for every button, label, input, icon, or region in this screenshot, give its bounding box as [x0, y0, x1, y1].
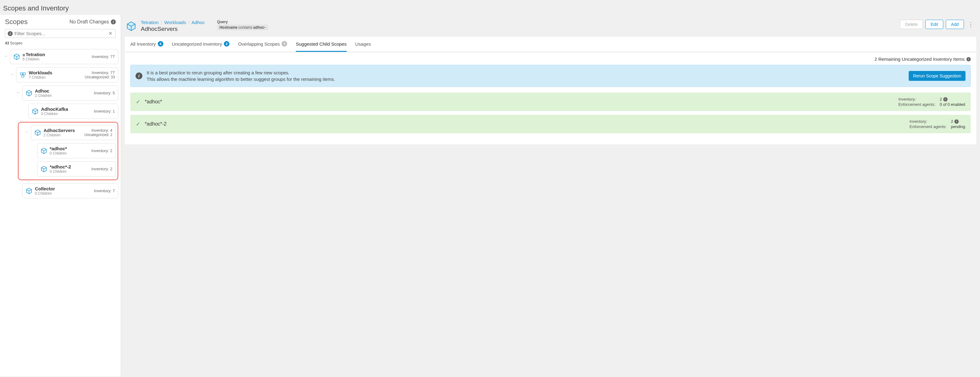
tab-overlapping[interactable]: Overlapping Scopes 0 — [238, 37, 287, 52]
tree-node-adhoc-star[interactable]: *adhoc* 0 Children Inventory: 2 — [37, 143, 116, 158]
tab-suggested[interactable]: Suggested Child Scopes — [296, 37, 347, 52]
tree-node-workloads[interactable]: Workloads 7 Children Inventory: 77 Uncat… — [16, 67, 118, 82]
node-label: AdhocKafka — [41, 106, 91, 112]
node-label: *adhoc* — [50, 146, 89, 151]
tree-node-adhockafka[interactable]: AdhocKafka 0 Children Inventory: 1 — [29, 104, 118, 119]
node-label: Collector — [35, 186, 91, 191]
stat-label: Inventory: — [899, 97, 935, 101]
node-children: 7 Children — [29, 75, 83, 79]
stat-label: Inventory: — [910, 119, 947, 124]
remaining-text: 2 Remaining Uncategorized Inventory Item… — [874, 57, 964, 62]
page-title: Scopes and Inventory — [3, 4, 977, 12]
node-inventory: Inventory: 2 — [91, 148, 112, 153]
tab-content: 2 Remaining Uncategorized Inventory Item… — [125, 52, 976, 144]
edit-button[interactable]: Edit — [925, 20, 943, 29]
tree-node-tetration[interactable]: ⊞Tetration 5 Children Inventory: 77 — [10, 49, 118, 64]
chevron-down-icon[interactable]: ﹀ — [25, 130, 29, 135]
suggestion-stats: Inventory: 2i Enforcement agents: 0 of 0… — [899, 97, 965, 107]
suggestion-row[interactable]: ✓ *adhoc* Inventory: 2i Enforcement agen… — [130, 93, 971, 111]
check-icon: ✓ — [136, 98, 140, 105]
stat-value: 0 of 0 enabled — [940, 102, 965, 107]
rerun-button[interactable]: Rerun Scope Suggestion — [909, 71, 966, 81]
boxes-icon — [19, 71, 26, 78]
node-inventory: Inventory: 4 — [84, 128, 112, 133]
cube-icon — [40, 147, 47, 154]
page-header: Scopes and Inventory — [0, 0, 980, 15]
breadcrumb-link[interactable]: Tetration — [141, 20, 159, 25]
remaining-count: 2 Remaining Uncategorized Inventory Item… — [130, 57, 971, 62]
clear-icon[interactable]: ✕ — [108, 30, 113, 36]
stat-value: pending — [951, 124, 965, 129]
node-uncategorized: Uncategorized: 33 — [85, 75, 115, 79]
cube-icon — [34, 129, 41, 136]
info-icon[interactable]: i — [943, 97, 948, 101]
breadcrumb: Tetration : Workloads : Adhoc — [141, 20, 205, 25]
query-block: Query Hostname contains adhoc- — [217, 20, 268, 30]
breadcrumb-sep: : — [188, 20, 191, 25]
tab-label: Overlapping Scopes — [238, 41, 280, 47]
draft-status: No Draft Changes i — [70, 19, 116, 25]
node-children: 0 Children — [50, 169, 89, 174]
notice-text: It is a best practice to rerun grouping … — [147, 70, 904, 82]
node-children: 2 Children — [35, 93, 91, 98]
delete-button[interactable]: Delete — [900, 20, 923, 29]
query-value: adhoc- — [253, 25, 265, 30]
tab-all-inventory[interactable]: All Inventory 4 — [130, 37, 163, 52]
tab-badge: 0 — [282, 41, 287, 47]
cube-icon — [126, 21, 137, 32]
node-children: 0 Children — [41, 112, 91, 116]
tab-label: Uncategorized Inventory — [172, 41, 222, 47]
node-label: *adhoc*-2 — [50, 164, 89, 169]
node-children: 0 Children — [50, 151, 89, 155]
node-children: 2 Children — [43, 133, 82, 137]
tree-node-collector[interactable]: Collector 0 Children Inventory: 7 — [22, 183, 118, 198]
node-label: Adhoc — [35, 88, 91, 93]
add-button[interactable]: Add — [946, 20, 964, 29]
suggestion-row[interactable]: ✓ *adhoc*-2 Inventory: 2i Enforcement ag… — [130, 115, 971, 133]
tab-badge: 2 — [224, 41, 229, 47]
filter-scopes-field[interactable]: i ✕ — [5, 29, 116, 38]
cube-icon — [32, 108, 38, 115]
node-inventory: Inventory: 77 — [92, 54, 115, 59]
chevron-down-icon[interactable]: ﹀ — [4, 54, 8, 59]
tab-usages[interactable]: Usages — [355, 37, 371, 52]
cube-icon — [25, 188, 32, 194]
query-pill: Hostname contains adhoc- — [217, 25, 268, 30]
tree-node-adhoc[interactable]: Adhoc 2 Children Inventory: 5 — [22, 86, 118, 101]
breadcrumb-link[interactable]: Workloads — [164, 20, 186, 25]
grid-icon: ⊞ — [22, 53, 25, 57]
chevron-down-icon[interactable]: ﹀ — [10, 73, 14, 77]
tab-label: Suggested Child Scopes — [296, 41, 347, 47]
tab-label: All Inventory — [130, 41, 156, 47]
suggestion-name: *adhoc*-2 — [145, 121, 910, 127]
info-icon[interactable]: i — [966, 57, 971, 62]
filter-icon: i — [8, 31, 13, 36]
info-icon: i — [135, 73, 142, 79]
tab-bar: All Inventory 4 Uncategorized Inventory … — [125, 37, 976, 52]
chevron-down-icon[interactable]: ﹀ — [16, 91, 21, 95]
stat-value: 2 — [940, 97, 942, 101]
tree-node-adhoc-star-2[interactable]: *adhoc*-2 0 Children Inventory: 2 — [37, 162, 116, 176]
tab-uncategorized[interactable]: Uncategorized Inventory 2 — [172, 37, 230, 52]
node-children: 0 Children — [35, 191, 91, 196]
scopes-heading: Scopes — [5, 18, 27, 26]
query-label: Query — [217, 20, 268, 24]
detail-header: Tetration : Workloads : Adhoc AdhocServe… — [125, 18, 976, 37]
scope-count: 43 Scopes — [5, 41, 116, 45]
cube-icon — [13, 53, 20, 60]
highlighted-scope-group: ﹀ AdhocServers 2 Children Inventory: 4 U… — [18, 122, 118, 180]
info-icon[interactable]: i — [955, 119, 959, 124]
node-inventory: Inventory: 2 — [91, 166, 112, 171]
node-label: Workloads — [29, 70, 83, 75]
filter-input[interactable] — [14, 31, 108, 36]
header-actions: Delete Edit Add ⋮ — [900, 20, 975, 29]
stat-label: Enforcement agents: — [910, 124, 947, 129]
info-icon[interactable]: i — [111, 19, 116, 24]
node-inventory: Inventory: 5 — [94, 91, 115, 95]
tree-node-adhocservers[interactable]: AdhocServers 2 Children Inventory: 4 Unc… — [31, 125, 116, 140]
scope-tree[interactable]: ﹀ ⊞Tetration 5 Children Inventory: 77 ﹀ … — [0, 49, 121, 376]
stat-label: Enforcement agents: — [899, 102, 935, 107]
notice-line: This allows the machine learning algorit… — [147, 76, 904, 82]
kebab-menu-icon[interactable]: ⋮ — [966, 21, 975, 27]
breadcrumb-link[interactable]: Adhoc — [191, 20, 205, 25]
